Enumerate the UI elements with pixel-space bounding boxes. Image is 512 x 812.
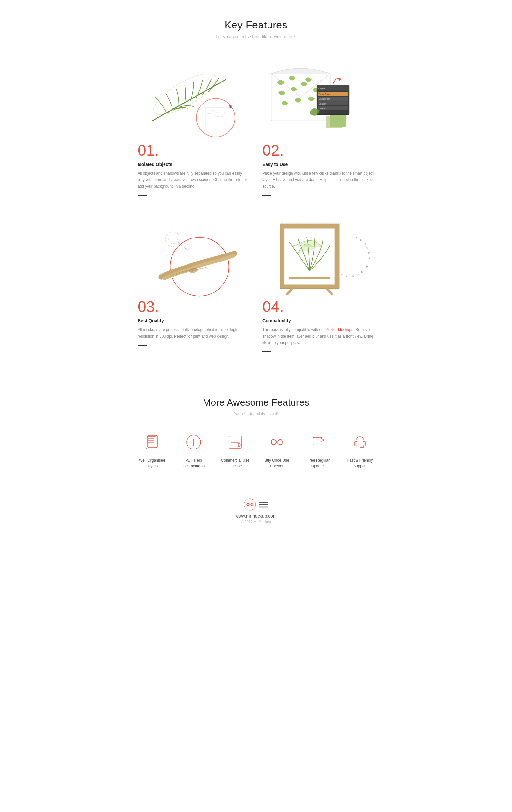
svg-point-57 — [193, 440, 194, 440]
svg-text:C: C — [356, 273, 359, 276]
svg-text:Smart Object: Smart Object — [319, 93, 331, 95]
svg-point-22 — [169, 235, 178, 244]
infinity-icon — [268, 434, 286, 451]
feature-title-1: Isolated Objects — [138, 162, 250, 167]
more-features-section: More Awesome Features You will definitel… — [118, 378, 394, 482]
svg-rect-30 — [289, 277, 330, 280]
svg-text:⊕: ⊕ — [228, 104, 233, 109]
layers-icon-wrapper — [142, 432, 162, 452]
key-features-header: Key Features Let your projects shine lik… — [118, 0, 394, 46]
feature-item-4: P O S T E R M O C K U P — [262, 215, 374, 352]
feature-icon-infinity: Buy Once UseForever — [256, 432, 298, 469]
svg-point-21 — [166, 232, 181, 247]
svg-text:P: P — [355, 236, 358, 239]
svg-text:S: S — [363, 242, 367, 245]
license-icon — [226, 434, 244, 451]
feature-title-2: Easy to Use — [262, 162, 374, 167]
svg-text:T: T — [367, 247, 369, 250]
feature-desc-2: Place your design with just a few clicks… — [262, 170, 374, 190]
feature-image-3 — [138, 215, 250, 298]
feature-divider-2 — [262, 195, 271, 196]
svg-rect-68 — [355, 441, 357, 446]
feature-illustration-2: Layers Smart Object Background Shadow Ob… — [262, 58, 374, 142]
feature-icon-support: Fast & FriendlySupport — [339, 432, 381, 469]
footer-url: www.mrmockup.com — [118, 514, 394, 519]
feature-desc-1: All objects and shadows are fully separa… — [138, 170, 250, 190]
feature-title-4: Compatibility — [262, 318, 374, 323]
feature-icon-layers: Well OrganisedLayers — [131, 432, 173, 469]
layers-label: Well OrganisedLayers — [134, 458, 170, 469]
feature-desc-3: All mockups are professionally photograp… — [138, 326, 250, 340]
feature-image-4: P O S T E R M O C K U P — [262, 215, 374, 298]
layers-icon — [143, 434, 161, 451]
updates-icon-wrapper — [308, 432, 329, 452]
feature-icon-license: Commercial UseLicense — [214, 432, 256, 469]
license-label: Commercial UseLicense — [218, 458, 253, 469]
infinity-label: Buy Once UseForever — [259, 458, 294, 469]
feature-number-2: 02. — [262, 142, 374, 159]
svg-line-23 — [177, 242, 188, 251]
logo-lines-icon — [259, 498, 268, 511]
svg-rect-66 — [313, 437, 322, 445]
svg-text:K: K — [351, 275, 354, 278]
pdf-label: PDF HelpDocumentation — [176, 458, 211, 469]
svg-text:P: P — [341, 274, 344, 277]
feature-icon-pdf: i PDF HelpDocumentation — [173, 432, 214, 469]
feature-icon-updates: Free RegularUpdates — [298, 432, 339, 469]
updates-icon — [310, 434, 327, 451]
feature-image-1: ⊕ — [138, 58, 250, 142]
feature-divider-1 — [138, 195, 146, 196]
more-features-subtitle: You will definitely love it! — [118, 411, 394, 416]
features-icons-list: Well OrganisedLayers i PDF HelpDocumenta… — [118, 432, 394, 469]
svg-text:U: U — [346, 275, 349, 278]
support-icon-wrapper — [350, 432, 370, 452]
svg-text:Layers: Layers — [318, 87, 325, 90]
feature-image-2: Layers Smart Object Background Shadow Ob… — [262, 58, 374, 142]
svg-text:O: O — [359, 238, 363, 242]
svg-marker-20 — [338, 78, 342, 81]
svg-rect-3 — [206, 108, 232, 128]
svg-text:M: M — [365, 265, 369, 268]
infinity-icon-wrapper — [267, 432, 287, 452]
svg-text:E: E — [368, 252, 370, 255]
feature-title-3: Best Quality — [138, 318, 250, 323]
svg-line-29 — [327, 289, 332, 294]
feature-number-1: 01. — [138, 142, 250, 159]
svg-text:i: i — [193, 438, 194, 441]
svg-rect-27 — [285, 229, 335, 285]
logo-icon — [244, 498, 256, 511]
feature-desc-4: This pack is fully compatible with our P… — [262, 326, 374, 346]
footer-logo — [118, 498, 394, 511]
section-subtitle: Let your projects shine like never befor… — [118, 34, 394, 39]
license-icon-wrapper — [225, 432, 245, 452]
svg-text:Objects: Objects — [319, 108, 326, 110]
support-icon — [351, 434, 369, 451]
svg-text:O: O — [360, 270, 364, 274]
feature-item-3: 03. Best Quality All mockups are profess… — [138, 215, 250, 352]
more-features-title: More Awesome Features — [118, 397, 394, 408]
svg-text:R: R — [368, 257, 371, 260]
feature-divider-3 — [138, 345, 146, 346]
section-title: Key Features — [118, 19, 394, 31]
feature-divider-4 — [262, 351, 271, 352]
support-label: Fast & FriendlySupport — [342, 458, 378, 469]
feature-number-4: 04. — [262, 298, 374, 316]
feature-illustration-3 — [138, 215, 250, 298]
footer-copyright: © 2017 Mr Mockup — [118, 520, 394, 524]
feature-item-2: Layers Smart Object Background Shadow Ob… — [262, 58, 374, 196]
feature-illustration-4: P O S T E R M O C K U P — [262, 215, 374, 298]
feature-number-3: 03. — [138, 298, 250, 316]
updates-label: Free RegularUpdates — [301, 458, 336, 469]
pdf-icon-wrapper: i — [183, 432, 204, 452]
footer: www.mrmockup.com © 2017 Mr Mockup — [118, 482, 394, 536]
svg-text:Shadow: Shadow — [319, 103, 327, 105]
poster-mockups-link[interactable]: Poster Mockups — [326, 327, 353, 332]
pdf-icon: i — [185, 434, 202, 451]
svg-line-28 — [287, 289, 292, 294]
svg-rect-19 — [330, 115, 346, 126]
svg-rect-69 — [363, 441, 366, 446]
svg-text:Background: Background — [319, 98, 330, 100]
feature-item-1: ⊕ 01. Isolated Objects All objects and s… — [138, 58, 250, 196]
features-grid: ⊕ 01. Isolated Objects All objects and s… — [118, 46, 394, 371]
feature-illustration-1: ⊕ — [138, 58, 250, 142]
